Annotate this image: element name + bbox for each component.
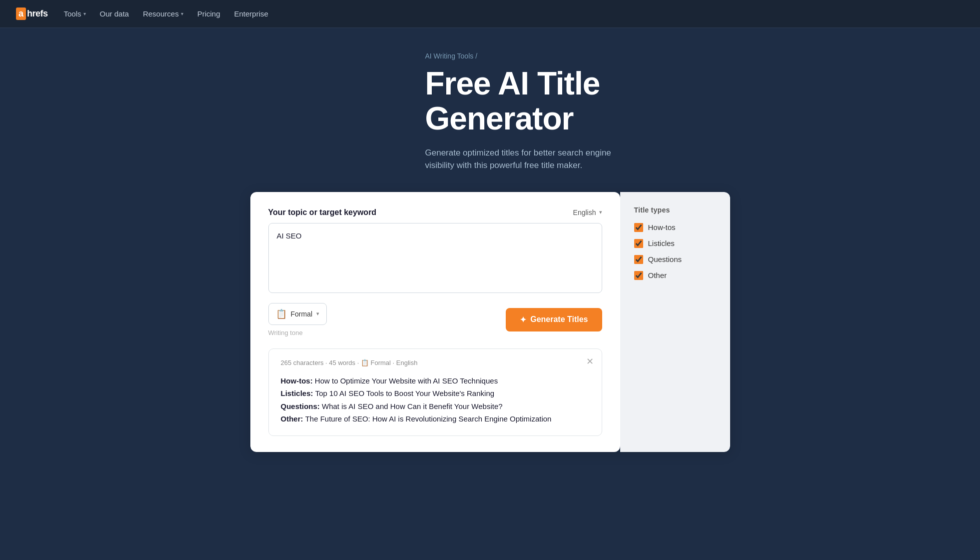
logo-link[interactable]: a hrefs xyxy=(16,8,48,20)
chevron-down-icon: ▾ xyxy=(181,11,183,16)
generate-button[interactable]: ✦ Generate Titles xyxy=(506,308,602,332)
results-list: How-tos: How to Optimize Your Website wi… xyxy=(281,374,590,426)
main-content: Your topic or target keyword English ▾ A… xyxy=(0,172,980,482)
nav-link-resources[interactable]: Resources ▾ xyxy=(143,10,183,18)
hero-section: AI Writing Tools / Free AI Title Generat… xyxy=(0,28,980,172)
chevron-down-icon: ▾ xyxy=(83,11,86,16)
generate-label: Generate Titles xyxy=(530,315,588,324)
results-meta: 265 characters · 45 words · 📋 Formal · E… xyxy=(281,359,590,366)
result-type-2: Listicles: xyxy=(281,389,315,398)
result-type-4: Other: xyxy=(281,414,305,423)
result-type-1: How-tos: xyxy=(281,376,315,385)
keyword-header: Your topic or target keyword English ▾ xyxy=(268,208,602,217)
results-meta-text: 265 characters · 45 words · 📋 Formal · E… xyxy=(281,359,418,366)
close-button[interactable]: ✕ xyxy=(586,357,594,366)
tool-card: Your topic or target keyword English ▾ A… xyxy=(250,192,620,452)
chevron-down-icon: ▾ xyxy=(316,310,319,317)
logo-text: hrefs xyxy=(27,8,48,19)
result-text-2: Top 10 AI SEO Tools to Boost Your Websit… xyxy=(315,389,494,398)
checkbox-list: How-tos Listicles Questions Other xyxy=(634,223,716,280)
tool-wrapper: Your topic or target keyword English ▾ A… xyxy=(250,192,730,452)
nav-link-enterprise[interactable]: Enterprise xyxy=(234,10,268,18)
page-title: Free AI Title Generator xyxy=(425,66,749,136)
nav-links: Tools ▾ Our data Resources ▾ Pricing Ent… xyxy=(64,10,268,18)
checkbox-other[interactable] xyxy=(634,271,643,280)
navbar: a hrefs Tools ▾ Our data Resources ▾ Pri… xyxy=(0,0,980,28)
title-types-heading: Title types xyxy=(634,206,716,214)
checkbox-item-questions[interactable]: Questions xyxy=(634,255,716,264)
result-type-3: Questions: xyxy=(281,402,322,410)
checkbox-questions[interactable] xyxy=(634,255,643,264)
writing-tone-hint: Writing tone xyxy=(268,329,327,336)
nav-item-pricing[interactable]: Pricing xyxy=(197,10,220,18)
nav-link-pricing[interactable]: Pricing xyxy=(197,10,220,18)
nav-item-ourdata[interactable]: Our data xyxy=(100,10,129,18)
checkbox-item-other[interactable]: Other xyxy=(634,271,716,280)
nav-link-tools[interactable]: Tools ▾ xyxy=(64,10,86,18)
tone-icon: 📋 xyxy=(276,308,287,320)
checkbox-item-howtos[interactable]: How-tos xyxy=(634,223,716,232)
keyword-label: Your topic or target keyword xyxy=(268,208,377,217)
checkbox-label-questions: Questions xyxy=(648,255,682,264)
checkbox-howtos[interactable] xyxy=(634,223,643,232)
keyword-input[interactable]: AI SEO xyxy=(268,223,602,293)
result-line-4: Other: The Future of SEO: How AI is Revo… xyxy=(281,412,590,426)
tone-dropdown[interactable]: 📋 Formal ▾ xyxy=(268,303,327,325)
result-line-2: Listicles: Top 10 AI SEO Tools to Boost … xyxy=(281,387,590,400)
nav-item-resources[interactable]: Resources ▾ xyxy=(143,10,183,18)
tone-value: Formal xyxy=(291,310,313,318)
checkbox-label-howtos: How-tos xyxy=(648,223,676,232)
checkbox-label-other: Other xyxy=(648,271,667,280)
result-line-1: How-tos: How to Optimize Your Website wi… xyxy=(281,374,590,388)
language-value: English xyxy=(573,208,596,216)
sparkle-icon: ✦ xyxy=(520,315,526,324)
sidebar-panel: Title types How-tos Listicles Questions … xyxy=(620,192,730,452)
checkbox-label-listicles: Listicles xyxy=(648,239,675,248)
nav-link-ourdata[interactable]: Our data xyxy=(100,10,129,18)
nav-item-tools[interactable]: Tools ▾ xyxy=(64,10,86,18)
result-text-3: What is AI SEO and How Can it Benefit Yo… xyxy=(322,402,503,410)
hero-description: Generate optimized titles for better sea… xyxy=(425,146,635,172)
language-dropdown[interactable]: English ▾ xyxy=(573,208,602,216)
result-text-4: The Future of SEO: How AI is Revolutioni… xyxy=(305,414,552,423)
chevron-down-icon: ▾ xyxy=(599,209,602,216)
toolbar: 📋 Formal ▾ Writing tone ✦ Generate Title… xyxy=(268,303,602,336)
checkbox-listicles[interactable] xyxy=(634,239,643,248)
nav-item-enterprise[interactable]: Enterprise xyxy=(234,10,268,18)
result-text-1: How to Optimize Your Website with AI SEO… xyxy=(315,376,498,385)
logo-icon: a xyxy=(16,8,26,20)
results-card: 265 characters · 45 words · 📋 Formal · E… xyxy=(268,348,602,436)
checkbox-item-listicles[interactable]: Listicles xyxy=(634,239,716,248)
result-line-3: Questions: What is AI SEO and How Can it… xyxy=(281,400,590,413)
breadcrumb: AI Writing Tools / xyxy=(425,52,749,60)
